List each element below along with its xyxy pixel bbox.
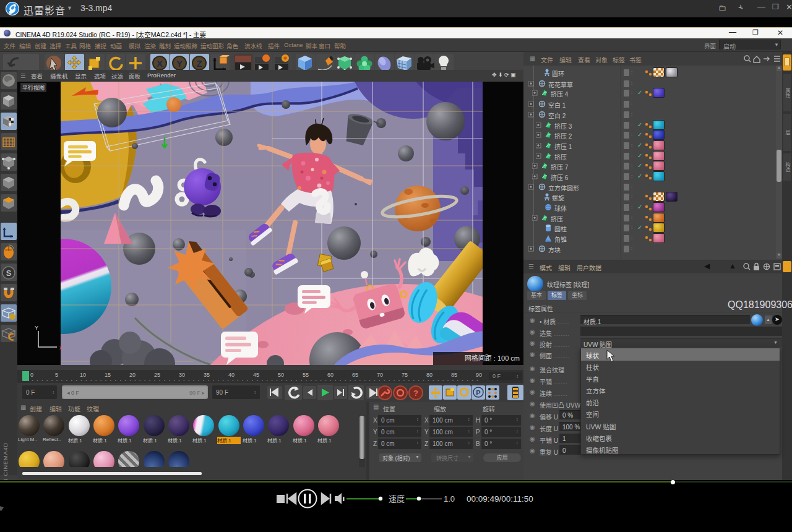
svg-text:0 F: 0 F	[26, 389, 35, 396]
svg-text:x: x	[59, 345, 62, 351]
svg-text:20: 20	[129, 372, 136, 378]
svg-text:70: 70	[377, 372, 383, 378]
svg-text:◂ 0 F: ◂ 0 F	[67, 390, 80, 396]
svg-text:0 F: 0 F	[493, 373, 501, 379]
svg-text:↕: ↕	[516, 374, 519, 379]
svg-text:0: 0	[30, 372, 33, 378]
svg-text:?: ?	[413, 388, 418, 398]
svg-text:35: 35	[204, 372, 210, 378]
svg-text:55: 55	[303, 372, 309, 378]
svg-text:Y: Y	[176, 58, 183, 69]
svg-text:75: 75	[402, 372, 408, 378]
svg-text:30: 30	[179, 372, 185, 378]
svg-text:60: 60	[327, 372, 334, 378]
svg-text:Z: Z	[196, 58, 202, 69]
svg-text:10: 10	[80, 372, 86, 378]
svg-text:65: 65	[352, 372, 358, 378]
svg-text:45: 45	[253, 372, 259, 378]
svg-text:85: 85	[451, 372, 457, 378]
svg-text:90 F ▸: 90 F ▸	[189, 390, 205, 396]
svg-text:80: 80	[426, 372, 433, 378]
svg-text:40: 40	[228, 372, 235, 378]
svg-text:速度: 速度	[389, 494, 405, 504]
svg-text:15: 15	[105, 372, 111, 378]
svg-text:50: 50	[278, 372, 284, 378]
svg-text:S: S	[6, 268, 12, 278]
svg-text:P: P	[476, 389, 480, 397]
svg-text:X: X	[157, 58, 163, 69]
svg-text:00:09:49/00:11:50: 00:09:49/00:11:50	[467, 494, 533, 504]
svg-text:Y: Y	[35, 325, 38, 331]
svg-text:5: 5	[55, 372, 58, 378]
svg-text:↕: ↕	[52, 390, 54, 395]
svg-text:↕: ↕	[254, 390, 256, 395]
svg-text:25: 25	[154, 372, 160, 378]
svg-text:90: 90	[476, 372, 482, 378]
svg-text:1.0: 1.0	[444, 494, 455, 504]
svg-text:90 F: 90 F	[216, 389, 228, 396]
